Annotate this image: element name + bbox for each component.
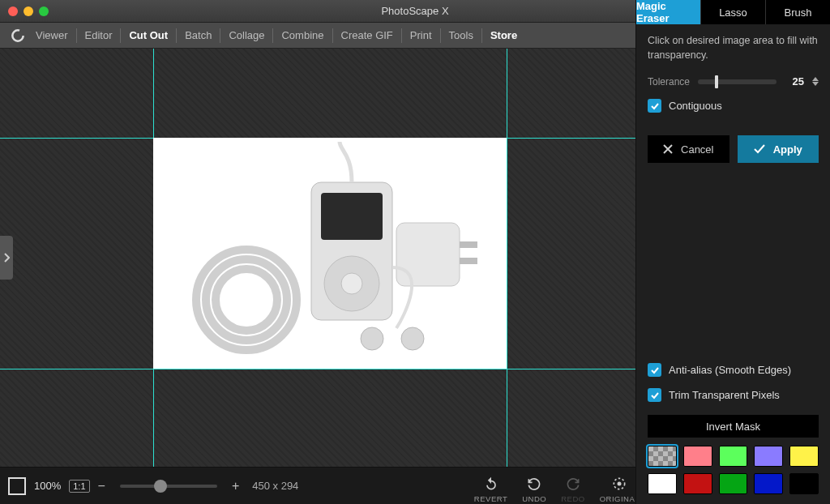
zoom-slider[interactable] [120, 485, 217, 488]
redo-button[interactable]: REDO [561, 476, 584, 503]
nav-tab-store[interactable]: Store [490, 29, 517, 41]
check-icon [754, 144, 765, 154]
nav-tab-tools[interactable]: Tools [449, 29, 473, 41]
subtab-magic-eraser[interactable]: Magic Eraser [636, 0, 701, 24]
trim-transparent-checkbox[interactable]: Trim Transparent Pixels [648, 388, 819, 402]
expand-sidebar-handle[interactable] [0, 236, 13, 280]
original-icon [611, 476, 627, 492]
window-controls [8, 6, 49, 16]
nav-tab-cut-out[interactable]: Cut Out [129, 29, 168, 41]
revert-icon [483, 476, 499, 492]
swatch-pink[interactable] [683, 446, 712, 467]
nav-tab-create-gif[interactable]: Create GIF [341, 29, 393, 41]
svg-point-13 [401, 327, 424, 350]
guide-right[interactable] [507, 49, 507, 467]
svg-point-12 [361, 327, 383, 350]
contiguous-checkbox[interactable]: Contiguous [648, 99, 819, 113]
checkbox-icon [648, 99, 661, 113]
apply-button[interactable]: Apply [738, 135, 819, 163]
tolerance-label: Tolerance [648, 76, 693, 88]
undo-button[interactable]: UNDO [522, 476, 546, 503]
svg-point-0 [12, 30, 23, 41]
nav-tab-viewer[interactable]: Viewer [36, 29, 68, 41]
swatch-transparent[interactable] [648, 446, 677, 467]
canvas-image[interactable] [153, 138, 507, 369]
trim-transparent-label: Trim Transparent Pixels [669, 389, 780, 401]
svg-rect-10 [460, 241, 477, 248]
background-swatches [636, 446, 830, 504]
swatch-green[interactable] [719, 473, 748, 494]
close-window-button[interactable] [8, 6, 18, 16]
svg-point-8 [341, 273, 362, 294]
checkbox-icon [648, 363, 661, 377]
zoom-out-button[interactable]: − [98, 479, 105, 493]
invert-mask-button[interactable]: Invert Mask [648, 415, 819, 438]
antialias-label: Anti-alias (Smooth Edges) [669, 364, 791, 376]
nav-tabs: ViewerEditorCut OutBatchCollageCombineCr… [36, 28, 517, 43]
swatch-yellow[interactable] [789, 446, 819, 467]
svg-point-15 [618, 481, 622, 485]
revert-button[interactable]: REVERT [474, 476, 507, 503]
subtab-brush[interactable]: Brush [766, 0, 830, 24]
original-button[interactable]: ORIGINAL [600, 476, 640, 503]
contiguous-label: Contiguous [669, 100, 722, 112]
zoom-fit-button[interactable]: 1:1 [69, 480, 89, 493]
close-icon [663, 144, 673, 154]
swatch-blue[interactable] [754, 473, 783, 494]
nav-tab-print[interactable]: Print [410, 29, 432, 41]
swatch-lime[interactable] [719, 446, 748, 467]
cancel-button[interactable]: Cancel [648, 135, 729, 163]
subtab-lasso[interactable]: Lasso [701, 0, 766, 24]
tool-subtabs: Magic EraserLassoBrush [636, 0, 830, 24]
swatch-violet[interactable] [754, 446, 783, 467]
swatch-red[interactable] [683, 473, 712, 494]
side-panel: Magic EraserLassoBrush Click on desired … [635, 0, 830, 504]
nav-tab-batch[interactable]: Batch [185, 29, 212, 41]
foreground-color-box[interactable] [8, 477, 26, 495]
svg-rect-9 [396, 223, 460, 286]
antialias-checkbox[interactable]: Anti-alias (Smooth Edges) [648, 363, 819, 377]
svg-rect-6 [321, 193, 383, 240]
minimize-window-button[interactable] [24, 6, 33, 16]
nav-tab-collage[interactable]: Collage [229, 29, 264, 41]
zoom-in-button[interactable]: + [232, 479, 239, 493]
swatch-black[interactable] [789, 473, 819, 494]
redo-icon [565, 476, 581, 492]
nav-tab-combine[interactable]: Combine [281, 29, 323, 41]
fullscreen-window-button[interactable] [39, 6, 49, 16]
svg-rect-11 [460, 258, 477, 264]
tolerance-value: 25 [781, 75, 804, 88]
swatch-white[interactable] [648, 473, 677, 494]
tolerance-stepper[interactable] [812, 77, 819, 86]
nav-tab-editor[interactable]: Editor [85, 29, 113, 41]
zoom-percent[interactable]: 100% [34, 480, 61, 492]
image-dimensions: 450 x 294 [252, 480, 298, 492]
undo-icon [526, 476, 542, 492]
tolerance-slider[interactable] [698, 79, 777, 84]
tool-hint: Click on desired image area to fill with… [648, 34, 819, 62]
app-logo-icon[interactable] [6, 24, 29, 47]
checkbox-icon [648, 388, 661, 402]
